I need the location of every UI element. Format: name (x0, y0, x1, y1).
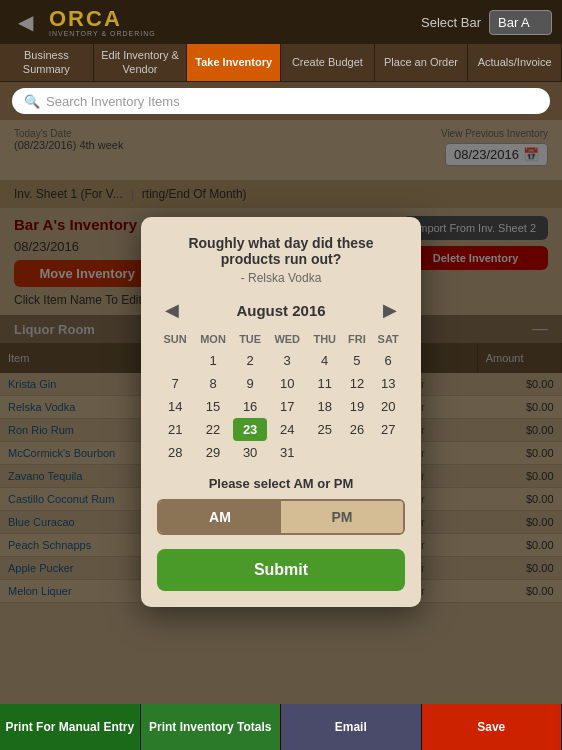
search-icon: 🔍 (24, 94, 40, 109)
calendar-day[interactable]: 4 (307, 349, 342, 372)
bottom-bar: Print For Manual Entry Print Inventory T… (0, 704, 562, 750)
calendar-days-of-week: SUNMONTUEWEDTHUFRISAT (157, 329, 405, 349)
calendar-day[interactable]: 29 (193, 441, 233, 464)
calendar-day[interactable]: 20 (371, 395, 405, 418)
calendar-day[interactable]: 30 (233, 441, 268, 464)
cal-dow: TUE (233, 329, 268, 349)
calendar-day[interactable]: 17 (267, 395, 307, 418)
calendar-week-row: 14151617181920 (157, 395, 405, 418)
modal-dialog: Roughly what day did these products run … (141, 217, 421, 607)
ampm-label: Please select AM or PM (157, 476, 405, 491)
print-totals-button[interactable]: Print Inventory Totals (141, 704, 282, 750)
calendar-body: 1234567891011121314151617181920212223242… (157, 349, 405, 464)
calendar-day[interactable]: 16 (233, 395, 268, 418)
cal-dow: SAT (371, 329, 405, 349)
modal-question: Roughly what day did these products run … (157, 235, 405, 267)
calendar-day[interactable]: 8 (193, 372, 233, 395)
cal-dow: MON (193, 329, 233, 349)
calendar-day[interactable]: 5 (342, 349, 371, 372)
calendar-grid: SUNMONTUEWEDTHUFRISAT 123456789101112131… (157, 329, 405, 464)
calendar-day[interactable]: 21 (157, 418, 193, 441)
select-bar-dropdown[interactable]: Bar A (489, 10, 552, 35)
calendar-day[interactable]: 18 (307, 395, 342, 418)
calendar-day[interactable]: 1 (193, 349, 233, 372)
calendar-day-empty (307, 441, 342, 464)
calendar-day[interactable]: 11 (307, 372, 342, 395)
modal-subtitle: - Relska Vodka (157, 271, 405, 285)
logo-subtext: INVENTORY & ORDERING (49, 30, 156, 37)
back-button[interactable]: ◀ (10, 6, 41, 38)
tab-place-order[interactable]: Place an Order (375, 44, 469, 81)
print-manual-button[interactable]: Print For Manual Entry (0, 704, 141, 750)
search-inner[interactable]: 🔍 Search Inventory Items (12, 88, 550, 114)
calendar-day[interactable]: 10 (267, 372, 307, 395)
logo-text: ORCA (49, 8, 122, 30)
calendar-nav: ◀ August 2016 ▶ (157, 299, 405, 321)
calendar-day[interactable]: 27 (371, 418, 405, 441)
calendar-day[interactable]: 2 (233, 349, 268, 372)
calendar-day[interactable]: 14 (157, 395, 193, 418)
calendar-day[interactable]: 15 (193, 395, 233, 418)
calendar-day[interactable]: 7 (157, 372, 193, 395)
calendar-week-row: 28293031 (157, 441, 405, 464)
calendar-day[interactable]: 6 (371, 349, 405, 372)
am-button[interactable]: AM (159, 501, 281, 533)
tab-actuals-invoice[interactable]: Actuals/Invoice (468, 44, 562, 81)
calendar-week-row: 21222324252627 (157, 418, 405, 441)
submit-button[interactable]: Submit (157, 549, 405, 591)
calendar-day[interactable]: 13 (371, 372, 405, 395)
select-bar-label: Select Bar (421, 15, 481, 30)
calendar-day[interactable]: 3 (267, 349, 307, 372)
header-right: Select Bar Bar A (421, 10, 552, 35)
modal-overlay: Roughly what day did these products run … (0, 120, 562, 704)
search-placeholder-text: Search Inventory Items (46, 94, 180, 109)
calendar-day-empty (157, 349, 193, 372)
save-button[interactable]: Save (422, 704, 563, 750)
calendar-day[interactable]: 23 (233, 418, 268, 441)
email-button[interactable]: Email (281, 704, 422, 750)
calendar-day[interactable]: 12 (342, 372, 371, 395)
calendar-day[interactable]: 19 (342, 395, 371, 418)
cal-next-button[interactable]: ▶ (375, 299, 405, 321)
tab-edit-inventory[interactable]: Edit Inventory & Vendor (94, 44, 188, 81)
search-bar: 🔍 Search Inventory Items (0, 82, 562, 120)
tab-business-summary[interactable]: Business Summary (0, 44, 94, 81)
pm-button[interactable]: PM (281, 501, 403, 533)
calendar-day[interactable]: 25 (307, 418, 342, 441)
calendar-week-row: 78910111213 (157, 372, 405, 395)
calendar-day[interactable]: 9 (233, 372, 268, 395)
header-left: ◀ ORCA INVENTORY & ORDERING (10, 6, 156, 38)
ampm-toggle: AM PM (157, 499, 405, 535)
cal-dow: THU (307, 329, 342, 349)
nav-tabs: Business Summary Edit Inventory & Vendor… (0, 44, 562, 82)
calendar-day[interactable]: 22 (193, 418, 233, 441)
calendar-day-empty (342, 441, 371, 464)
calendar-day-empty (371, 441, 405, 464)
cal-dow: SUN (157, 329, 193, 349)
calendar-day[interactable]: 24 (267, 418, 307, 441)
tab-take-inventory[interactable]: Take Inventory (187, 44, 281, 81)
logo-area: ORCA INVENTORY & ORDERING (49, 8, 156, 37)
tab-create-budget[interactable]: Create Budget (281, 44, 375, 81)
calendar-day[interactable]: 28 (157, 441, 193, 464)
cal-prev-button[interactable]: ◀ (157, 299, 187, 321)
main-content: Today's Date (08/23/2016) 4th week View … (0, 120, 562, 704)
cal-dow: WED (267, 329, 307, 349)
calendar-day[interactable]: 26 (342, 418, 371, 441)
cal-month-year: August 2016 (236, 302, 325, 319)
app-header: ◀ ORCA INVENTORY & ORDERING Select Bar B… (0, 0, 562, 44)
cal-dow: FRI (342, 329, 371, 349)
calendar-week-row: 123456 (157, 349, 405, 372)
calendar-day[interactable]: 31 (267, 441, 307, 464)
